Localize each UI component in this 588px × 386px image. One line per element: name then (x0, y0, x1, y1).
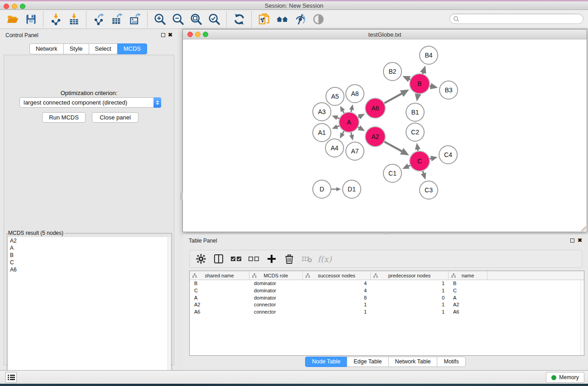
close-panel-button[interactable]: Close panel (92, 112, 139, 123)
tab-network-table[interactable]: Network Table (388, 357, 438, 367)
scrollbar[interactable] (580, 281, 584, 355)
mcds-result-item[interactable]: A6 (8, 266, 171, 273)
graph-edge-B-B3[interactable] (430, 86, 431, 86)
graph-node-A[interactable]: A (339, 112, 359, 132)
select-all-rows-button[interactable] (229, 252, 243, 266)
tab-node-table[interactable]: Node Table (305, 357, 347, 367)
save-session-button[interactable] (22, 11, 40, 28)
export-image-button[interactable] (126, 11, 144, 28)
zoom-fit-button[interactable] (187, 11, 205, 28)
float-panel-icon[interactable] (161, 33, 165, 37)
graph-node-B2[interactable]: B2 (383, 62, 402, 81)
graph-node-A3[interactable]: A3 (313, 103, 331, 121)
graph-node-C[interactable]: C (410, 151, 430, 171)
resize-grip-icon[interactable] (581, 226, 586, 231)
graph-edge-B-B4[interactable] (423, 72, 423, 74)
graph-node-A7[interactable]: A7 (346, 142, 364, 160)
graph-node-C2[interactable]: C2 (406, 123, 424, 141)
tab-edge-table[interactable]: Edge Table (347, 357, 388, 367)
graph-edge-B-B2[interactable] (409, 79, 410, 79)
tab-style[interactable]: Style (63, 43, 89, 54)
graph-edge-A-A1[interactable] (337, 126, 339, 127)
graph-node-B1[interactable]: B1 (406, 103, 424, 121)
graph-node-A5[interactable]: A5 (326, 87, 344, 105)
mcds-result-item[interactable]: A2 (8, 237, 171, 244)
graph-node-A6[interactable]: A6 (365, 98, 385, 118)
memory-button[interactable]: Memory (546, 372, 584, 383)
close-panel-icon[interactable]: ✖ (578, 237, 582, 243)
graph-edge-C-C2[interactable] (418, 149, 418, 151)
duplicate-network-button[interactable] (255, 11, 273, 28)
open-session-button[interactable] (4, 11, 22, 28)
table-settings-button[interactable] (194, 252, 208, 266)
network-window-titlebar[interactable]: testGlobe.txt (183, 29, 587, 39)
graph-edge-A-A5[interactable] (343, 110, 344, 113)
tab-network[interactable]: Network (29, 43, 64, 54)
delete-table-button[interactable] (300, 252, 314, 266)
zoom-in-button[interactable] (151, 11, 169, 28)
graph-edge-A2-C[interactable] (384, 142, 402, 152)
graph-node-B4[interactable]: B4 (420, 46, 438, 64)
table-row[interactable]: Adominator80A (190, 295, 584, 302)
graph-edge-A-A2[interactable] (358, 127, 359, 128)
delete-columns-button[interactable] (282, 252, 296, 266)
graph-edge-A-A4[interactable] (342, 131, 344, 134)
graph-edge-A-A3[interactable] (337, 118, 339, 119)
graph-node-C4[interactable]: C4 (439, 146, 457, 164)
graph-edge-C-C1[interactable] (408, 165, 410, 166)
graph-node-A1[interactable]: A1 (313, 124, 331, 142)
graph-edge-C-C4[interactable] (430, 158, 431, 159)
deselect-all-rows-button[interactable] (247, 252, 261, 266)
graph-edge-A6-B[interactable] (384, 93, 402, 103)
run-mcds-button[interactable]: Run MCDS (42, 112, 86, 123)
graph-node-A4[interactable]: A4 (325, 139, 344, 157)
criterion-select[interactable]: largest connected component (directed) (19, 97, 161, 108)
graph-node-C3[interactable]: C3 (420, 181, 438, 199)
column-header-name[interactable]: name (449, 271, 488, 280)
function-builder-button[interactable]: f(x) (318, 252, 331, 266)
graph-edge-A-A8[interactable] (351, 110, 352, 112)
graph-node-D[interactable]: D (313, 180, 331, 198)
scrollbar[interactable] (167, 237, 171, 385)
panel-splitter-handle[interactable] (180, 193, 183, 200)
search-input[interactable] (459, 16, 583, 22)
graph-node-D1[interactable]: D1 (343, 180, 361, 198)
mcds-result-item[interactable]: C (8, 259, 171, 266)
graph-node-B[interactable]: B (410, 74, 430, 94)
graph-edge-A-A7[interactable] (351, 133, 352, 136)
export-network-button[interactable] (90, 11, 108, 28)
refresh-view-button[interactable] (230, 11, 248, 28)
graph-edge-C-C3[interactable] (423, 171, 424, 174)
graph-node-A8[interactable]: A8 (346, 85, 364, 103)
column-header-shared-name[interactable]: shared name (190, 271, 249, 280)
table-row[interactable]: Cdominator41C (190, 287, 584, 295)
graph-node-B3[interactable]: B3 (440, 81, 458, 99)
close-panel-icon[interactable]: ✖ (168, 32, 172, 38)
home-layout-button[interactable] (273, 11, 291, 28)
column-header-mcds-role[interactable]: MCDS role (249, 271, 303, 280)
column-header-predecessor-nodes[interactable]: predecessor nodes (371, 271, 449, 280)
tab-motifs[interactable]: Motifs (437, 357, 465, 367)
float-panel-icon[interactable] (570, 238, 574, 243)
tab-select[interactable]: Select (89, 43, 118, 54)
tab-mcds[interactable]: MCDS (117, 43, 147, 54)
table-row[interactable]: Bdominator41B (190, 280, 584, 287)
graph-edge-A-A6[interactable] (358, 117, 359, 117)
show-graphics-details-button[interactable] (309, 11, 327, 28)
split-table-button[interactable] (212, 252, 225, 266)
table-row[interactable]: A6connector11A6 (190, 309, 584, 316)
mcds-result-item[interactable]: B (8, 252, 171, 259)
graph-node-C1[interactable]: C1 (383, 164, 402, 182)
column-header-successor-nodes[interactable]: successor nodes (303, 271, 371, 280)
task-history-button[interactable] (5, 372, 17, 383)
table-row[interactable]: A2connector11A2 (190, 301, 584, 309)
export-table-button[interactable] (108, 11, 126, 28)
import-table-button[interactable] (65, 11, 83, 28)
hide-graphics-details-button[interactable] (291, 11, 309, 28)
graph-node-A2[interactable]: A2 (365, 127, 385, 147)
zoom-selected-button[interactable] (205, 11, 223, 28)
add-column-button[interactable] (265, 252, 278, 266)
mcds-result-item[interactable]: A (8, 244, 171, 252)
zoom-out-button[interactable] (169, 11, 187, 28)
import-network-button[interactable] (47, 11, 65, 28)
